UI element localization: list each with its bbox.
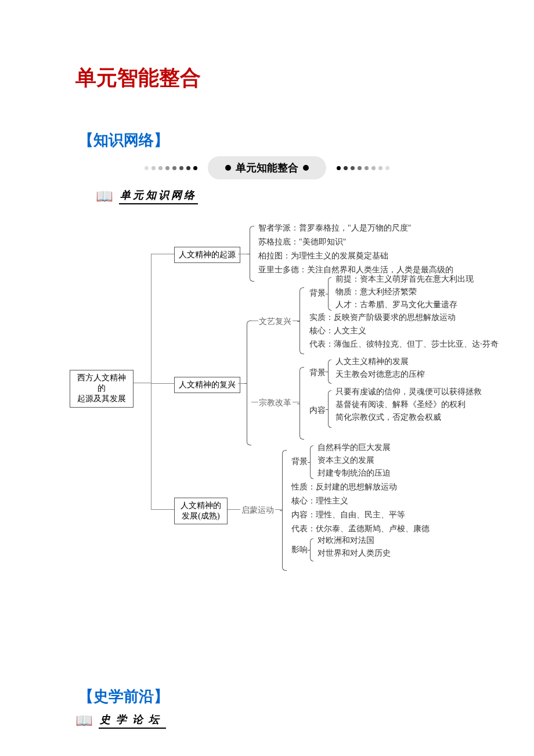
enlight-bg-label: 背景	[291, 456, 308, 467]
banner-pill: 单元知能整合	[208, 156, 326, 179]
reform-label: 宗教改革	[259, 397, 291, 409]
enlight-label: 启蒙运动	[241, 505, 274, 516]
branch-revival-node: 人文精神的复兴	[174, 377, 240, 393]
enlight-impact-1: 对世界和对人类历史	[317, 548, 391, 559]
knowledge-network-heading: 【知识网络】	[78, 130, 534, 150]
enlight-nature: 性质：反封建的思想解放运动	[291, 481, 397, 493]
banner-title: 单元知能整合	[236, 161, 298, 175]
history-frontier-heading: 【史学前沿】	[78, 686, 534, 707]
mind-map-diagram: 西方人文精神的起源及其发展 人文精神的起源 智者学派：普罗泰格拉，"人是万物的尺…	[70, 219, 534, 579]
reform-bg-1: 天主教会对德意志的压榨	[335, 369, 425, 380]
enlight-impact-0: 对欧洲和对法国	[317, 535, 374, 546]
reform-content-2: 简化宗教仪式，否定教会权威	[335, 412, 441, 423]
reform-content-label: 内容	[309, 405, 326, 416]
b1-line-0: 智者学派：普罗泰格拉，"人是万物的尺度"	[258, 222, 411, 234]
renaissance-essence: 实质：反映资产阶级要求的思想解放运动	[309, 312, 456, 323]
bullet-icon	[225, 165, 231, 171]
reform-content-1: 基督徒有阅读、解释《圣经》的权利	[335, 399, 466, 411]
enlight-bg-1: 资本主义的发展	[317, 455, 374, 466]
enlight-bg-0: 自然科学的巨大发展	[317, 442, 391, 453]
reform-bg-label: 背景	[309, 367, 326, 379]
renaissance-bg-2: 人才：古希腊、罗马文化大量遗存	[335, 299, 457, 311]
book-icon: 📖	[96, 188, 113, 204]
enlight-impact-label: 影响	[291, 544, 308, 556]
reform-bg-0: 人文主义精神的发展	[335, 356, 409, 368]
enlight-bg-2: 封建专制统治的压迫	[317, 467, 391, 479]
reform-content-0: 只要有虔诚的信仰，灵魂便可以获得拯救	[335, 386, 482, 398]
b1-line-2: 柏拉图：为理性主义的发展奠定基础	[258, 250, 388, 262]
b1-line-1: 苏格拉底："美德即知识"	[258, 236, 346, 248]
renaissance-bg-label: 背景	[309, 287, 326, 299]
page-title: 单元智能整合	[75, 64, 534, 92]
history-forum-text: 史学论坛	[99, 712, 166, 729]
sub-banner: 📖 单元知识网络	[96, 188, 534, 204]
dots-decoration-left	[145, 166, 197, 170]
enlight-content: 内容：理性、自由、民主、平等	[291, 509, 405, 521]
renaissance-bg-1: 物质：意大利经济繁荣	[335, 286, 417, 298]
book-icon: 📖	[75, 712, 93, 729]
sub-banner-text: 单元知识网络	[119, 188, 198, 204]
renaissance-reps: 代表：薄伽丘、彼特拉克、但丁、莎士比亚、达·芬奇	[309, 339, 499, 350]
enlight-reps: 代表：伏尔泰、孟德斯鸠、卢梭、康德	[291, 523, 430, 535]
history-forum-banner: 📖 史学论坛	[75, 712, 534, 729]
renaissance-label: 文艺复兴	[259, 316, 291, 327]
renaissance-bg-0: 前提：资本主义萌芽首先在意大利出现	[335, 273, 474, 285]
enlight-core: 核心：理性主义	[291, 495, 348, 507]
unit-banner: 单元知能整合	[0, 156, 534, 179]
root-node: 西方人文精神的起源及其发展	[70, 370, 134, 408]
branch-origin-node: 人文精神的起源	[174, 247, 240, 263]
dots-decoration-right	[337, 166, 389, 170]
branch-development-node: 人文精神的发展(成熟)	[174, 498, 228, 524]
renaissance-core: 核心：人文主义	[309, 325, 366, 337]
bullet-icon	[303, 165, 309, 171]
